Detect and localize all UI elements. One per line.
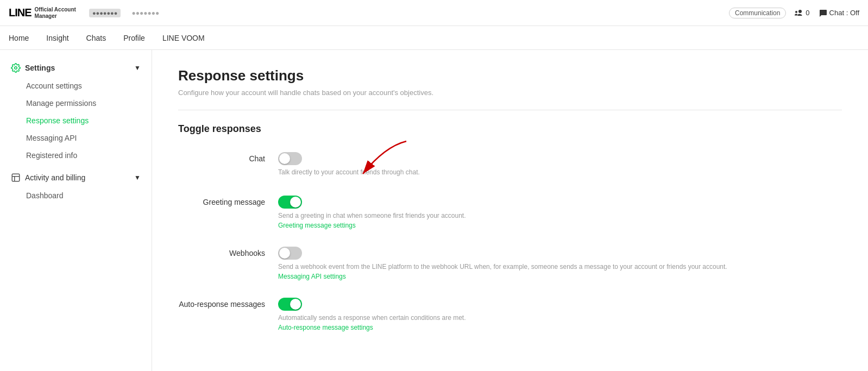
nav-item-line-voom[interactable]: LINE VOOM	[162, 32, 205, 45]
nav-item-chats[interactable]: Chats	[86, 32, 106, 45]
toggle-desc-webhooks: Send a webhook event from the LINE platf…	[278, 263, 842, 271]
toggle-label-webhooks: Webhooks	[178, 249, 265, 257]
sidebar-item-dashboard[interactable]: Dashboard	[0, 187, 152, 204]
chat-status-text: Chat : Off	[829, 9, 859, 17]
logo-line-text: LINE	[9, 7, 32, 19]
toggle-label-auto-response: Auto-response messages	[178, 300, 265, 309]
toggle-knob-chat	[279, 153, 290, 164]
friends-icon	[795, 9, 803, 17]
nav-item-insight[interactable]: Insight	[46, 32, 68, 45]
main-nav: Home Insight Chats Profile LINE VOOM	[0, 26, 868, 50]
logo-subtitle-text: Official AccountManager	[35, 7, 76, 20]
activity-icon	[11, 173, 21, 183]
toggle-rows-container: Chat Talk directly to your account frien…	[178, 152, 842, 331]
account-info-badge: ●●●●●●●	[89, 9, 121, 17]
settings-section: Settings ▼ Account settings Manage permi…	[0, 59, 152, 164]
toggle-main-webhooks: Webhooks	[178, 247, 842, 260]
toggle-switch-chat[interactable]	[278, 152, 302, 165]
chat-status: Chat : Off	[819, 9, 859, 17]
settings-header[interactable]: Settings ▼	[0, 59, 152, 77]
toggle-desc-chat: Talk directly to your account friends th…	[278, 168, 842, 176]
account-name: ●●●●●●●	[131, 9, 159, 17]
page-title: Response settings	[178, 67, 842, 84]
toggle-row-webhooks: Webhooks Send a webhook event from the L…	[178, 247, 842, 280]
toggle-switch-webhooks[interactable]	[278, 247, 302, 260]
toggle-link-greeting[interactable]: Greeting message settings	[278, 222, 842, 229]
page-subtitle: Configure how your account will handle c…	[178, 89, 842, 110]
sidebar-item-response-settings[interactable]: Response settings	[0, 112, 152, 129]
toggle-row-auto-response: Auto-response messages Automatically sen…	[178, 298, 842, 331]
sidebar-item-registered-info[interactable]: Registered info	[0, 147, 152, 164]
toggle-row-chat: Chat Talk directly to your account frien…	[178, 152, 842, 178]
logo: LINE Official AccountManager	[9, 7, 76, 20]
toggle-desc-auto-response: Automatically sends a response when cert…	[278, 314, 842, 322]
sidebar: Settings ▼ Account settings Manage permi…	[0, 50, 152, 371]
settings-label: Settings	[25, 64, 55, 72]
friends-count: 0	[795, 9, 809, 17]
activity-label: Activity and billing	[25, 173, 85, 182]
toggle-knob-greeting	[290, 197, 301, 207]
layout: Settings ▼ Account settings Manage permi…	[0, 50, 868, 371]
activity-header-left: Activity and billing	[11, 173, 85, 183]
chat-icon	[819, 9, 827, 17]
settings-gear-icon	[11, 63, 21, 73]
toggle-switch-greeting[interactable]	[278, 196, 302, 209]
toggle-main-greeting: Greeting message	[178, 196, 842, 209]
settings-header-left: Settings	[11, 63, 55, 73]
sidebar-item-manage-permissions[interactable]: Manage permissions	[0, 95, 152, 112]
activity-section: Activity and billing ▼ Dashboard	[0, 168, 152, 204]
settings-items: Account settings Manage permissions Resp…	[0, 77, 152, 164]
toggle-label-greeting: Greeting message	[178, 198, 265, 206]
toggle-link-auto-response[interactable]: Auto-response message settings	[278, 324, 842, 331]
topbar: LINE Official AccountManager ●●●●●●● ●●●…	[0, 0, 868, 26]
activity-chevron-icon: ▼	[134, 174, 141, 181]
toggle-knob-auto-response	[290, 299, 301, 310]
sidebar-item-messaging-api[interactable]: Messaging API	[0, 129, 152, 147]
nav-item-home[interactable]: Home	[9, 32, 29, 45]
toggle-switch-auto-response[interactable]	[278, 298, 302, 311]
activity-items: Dashboard	[0, 187, 152, 204]
toggle-desc-greeting: Send a greeting in chat when someone fir…	[278, 212, 842, 219]
toggle-main-chat: Chat	[178, 152, 842, 165]
settings-chevron-icon: ▼	[134, 64, 141, 72]
main-content: Response settings Configure how your acc…	[152, 50, 868, 371]
activity-header[interactable]: Activity and billing ▼	[0, 168, 152, 187]
toggle-row-greeting: Greeting message Send a greeting in chat…	[178, 196, 842, 229]
toggle-knob-webhooks	[279, 248, 290, 259]
svg-point-0	[15, 67, 17, 70]
nav-item-profile[interactable]: Profile	[123, 32, 145, 45]
section-title-toggle-responses: Toggle responses	[178, 123, 842, 135]
friends-count-value: 0	[806, 9, 809, 17]
toggle-link-webhooks[interactable]: Messaging API settings	[278, 273, 842, 280]
communication-badge: Communication	[729, 8, 786, 18]
sidebar-item-account-settings[interactable]: Account settings	[0, 77, 152, 95]
toggle-label-chat: Chat	[178, 154, 265, 163]
svg-rect-1	[12, 174, 20, 181]
toggle-main-auto-response: Auto-response messages	[178, 298, 842, 311]
